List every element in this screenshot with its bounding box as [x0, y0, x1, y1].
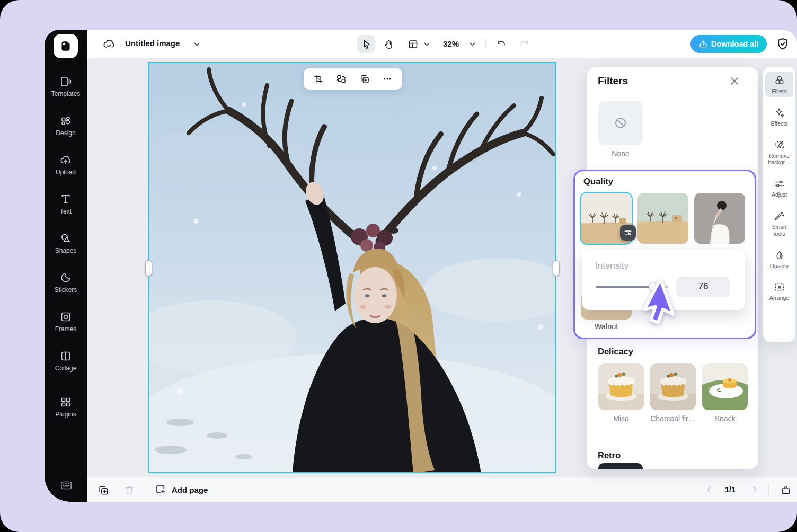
add-page-button[interactable]: Add page — [155, 483, 208, 496]
smart-tools-icon — [774, 210, 785, 222]
trash-icon — [123, 484, 135, 496]
tool-smart-tools[interactable]: Smart tools — [765, 207, 793, 240]
canvas-image[interactable] — [148, 62, 556, 473]
undo-icon — [495, 39, 507, 50]
intensity-label: Intensity — [595, 261, 628, 271]
resize-handle-left[interactable] — [145, 260, 152, 276]
filter-charcoal-fir-thumbnail[interactable] — [650, 363, 696, 410]
resize-handle-right[interactable] — [553, 260, 560, 276]
charcoal-fir-preview — [650, 363, 696, 410]
right-toolbar: Filters Effects Remove backgr… Adjust Sm… — [763, 67, 795, 342]
tool-adjust[interactable]: Adjust — [765, 175, 793, 201]
top-toolbar: Untitled image 32% Download all — [87, 30, 797, 59]
shapes-icon — [59, 232, 72, 245]
select-tool-button[interactable] — [357, 35, 375, 53]
shield-check-icon[interactable] — [776, 37, 790, 51]
bottombar-divider — [768, 484, 769, 495]
filter-walnut-thumbnail[interactable] — [581, 193, 632, 244]
delete-page-button[interactable] — [123, 484, 136, 496]
intensity-value: 76 — [698, 281, 709, 292]
sidebar-item-upload[interactable]: Upload — [45, 154, 87, 178]
sidebar-item-label: Collage — [55, 365, 77, 372]
page-background: Templates Design Upload Text Shapes Stic… — [0, 0, 797, 532]
logo-icon — [59, 39, 73, 53]
sidebar-item-plugins[interactable]: Plugins — [45, 396, 87, 420]
pan-tool-button[interactable] — [379, 35, 397, 53]
previous-page-button[interactable] — [705, 485, 713, 494]
tool-filters[interactable]: Filters — [765, 72, 793, 97]
filter-none-thumbnail[interactable] — [598, 101, 643, 145]
intensity-value-input[interactable]: 76 — [676, 277, 730, 297]
redo-icon — [519, 39, 530, 50]
tool-arrange[interactable]: Arrange — [765, 278, 793, 304]
sidebar-item-shapes[interactable]: Shapes — [45, 232, 87, 256]
sidebar-item-design[interactable]: Design — [45, 114, 87, 139]
left-sidebar: Templates Design Upload Text Shapes Stic… — [45, 30, 87, 502]
crop-button[interactable] — [310, 70, 327, 87]
tool-label: Arrange — [769, 295, 789, 302]
sidebar-item-label: Frames — [55, 325, 77, 333]
sidebar-item-templates[interactable]: Templates — [45, 75, 87, 100]
zoom-chevron-icon[interactable] — [470, 42, 475, 47]
sidebar-item-label: Templates — [51, 90, 81, 97]
adjust-icon — [774, 178, 785, 190]
replace-button[interactable] — [333, 70, 350, 87]
keyboard-shortcuts-button[interactable] — [59, 478, 73, 492]
filter-snack-label: Snack — [702, 414, 748, 423]
title-chevron-icon[interactable] — [194, 42, 200, 47]
zoom-level[interactable]: 32% — [443, 39, 459, 48]
remove-background-icon — [774, 139, 785, 151]
tool-label: Adjust — [772, 191, 787, 198]
sidebar-item-frames[interactable]: Frames — [45, 311, 87, 335]
duplicate-icon — [359, 74, 370, 84]
duplicate-page-button[interactable] — [98, 484, 110, 496]
tool-opacity[interactable]: Opacity — [765, 246, 793, 272]
text-icon — [59, 193, 72, 206]
filter-quality-2-thumbnail[interactable] — [637, 193, 688, 244]
sidebar-item-text[interactable]: Text — [45, 193, 87, 217]
tool-effects[interactable]: Effects — [765, 104, 793, 130]
filter-snack-thumbnail[interactable] — [702, 363, 748, 410]
replace-icon — [336, 74, 347, 84]
filter-settings-badge[interactable] — [620, 225, 636, 241]
duplicate-button[interactable] — [356, 70, 373, 87]
app-logo[interactable] — [54, 34, 78, 58]
none-icon — [613, 115, 628, 131]
quality-3-preview — [694, 193, 745, 244]
redo-button[interactable] — [515, 35, 533, 53]
retro-section-title: Retro — [598, 450, 621, 460]
filter-quality-3-thumbnail[interactable] — [694, 193, 745, 244]
sidebar-item-label: Upload — [56, 169, 76, 176]
undo-button[interactable] — [492, 35, 510, 53]
tool-label: Opacity — [770, 263, 789, 270]
filter-miso-thumbnail[interactable] — [598, 363, 644, 410]
download-all-button[interactable]: Download all — [690, 35, 767, 53]
quality-section: Quality Walnut Intensity 76 — [573, 170, 756, 339]
tool-label: Effects — [771, 120, 788, 127]
collage-icon — [59, 350, 72, 362]
filter-charcoal-fir-label: Charcoal fir… — [650, 414, 696, 423]
close-panel-button[interactable] — [730, 77, 739, 85]
bottombar-divider — [144, 484, 144, 495]
layout-chevron-icon[interactable] — [424, 42, 430, 47]
crop-icon — [313, 74, 324, 84]
quality-2-preview — [637, 193, 688, 244]
quality-section-title: Quality — [583, 176, 613, 187]
ellipsis-icon — [382, 74, 393, 84]
layout-tool-button[interactable] — [404, 35, 422, 53]
page-indicator: 1/1 — [725, 485, 736, 494]
sidebar-item-stickers[interactable]: Stickers — [45, 271, 87, 296]
frames-icon — [59, 311, 72, 323]
document-title[interactable]: Untitled image — [125, 39, 180, 48]
sidebar-item-label: Plugins — [55, 411, 76, 418]
design-icon — [59, 114, 72, 127]
opacity-icon — [774, 250, 785, 261]
sidebar-item-collage[interactable]: Collage — [45, 350, 87, 374]
next-page-button[interactable] — [750, 485, 759, 494]
present-button[interactable] — [780, 484, 793, 496]
hand-icon — [383, 39, 394, 50]
filter-retro-thumbnail[interactable] — [598, 463, 643, 469]
more-options-button[interactable] — [379, 70, 396, 87]
sidebar-divider — [54, 63, 77, 63]
tool-remove-background[interactable]: Remove backgr… — [765, 136, 793, 169]
